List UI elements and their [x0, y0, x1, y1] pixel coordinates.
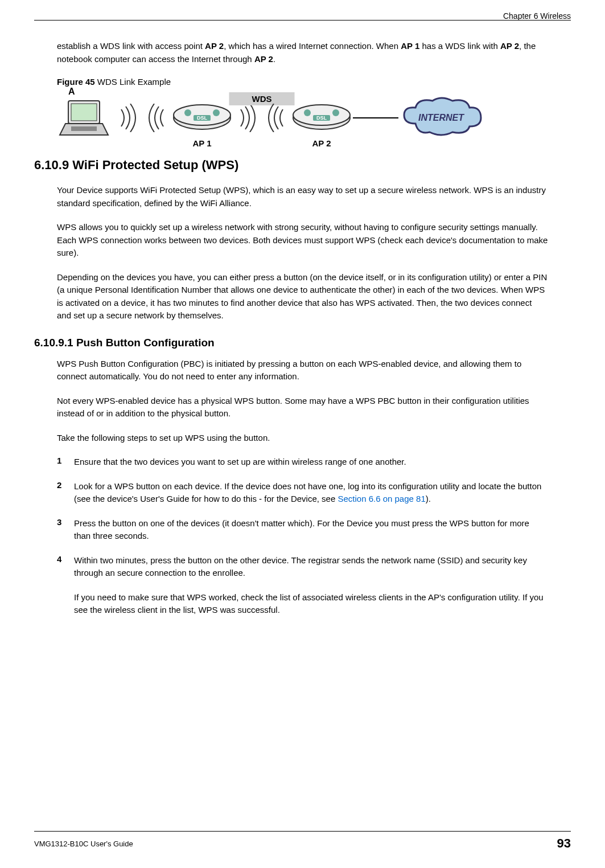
svg-text:INTERNET: INTERNET: [418, 113, 464, 122]
svg-point-11: [304, 109, 311, 116]
step-item: 2 Look for a WPS button on each device. …: [57, 480, 548, 506]
step-list: 1 Ensure that the two devices you want t…: [57, 456, 548, 580]
figure-title: WDS Link Example: [95, 77, 171, 87]
subsection-number: 6.10.9.1: [34, 337, 73, 349]
step-text: Look for a WPS button on each device. If…: [74, 480, 548, 506]
internet-cloud-icon: INTERNET: [398, 95, 484, 141]
router-group: WDS DSL AP 1: [171, 103, 353, 134]
svg-rect-1: [71, 104, 97, 121]
svg-point-5: [184, 109, 191, 116]
section-heading: 6.10.9 WiFi Protected Setup (WPS): [34, 158, 548, 173]
svg-point-12: [332, 109, 339, 116]
text: has a WDS link with: [419, 41, 500, 51]
page-footer: VMG1312-B10C User's Guide 93: [34, 831, 571, 851]
wps-para-2: WPS allows you to quickly set up a wirel…: [57, 221, 548, 260]
chapter-header: Chapter 6 Wireless: [503, 11, 571, 21]
wds-diagram: A WDS: [57, 95, 548, 141]
page-number: 93: [557, 836, 571, 851]
step-text: Ensure that the two devices you want to …: [74, 456, 406, 469]
closing-paragraph: If you need to make sure that WPS worked…: [74, 591, 548, 617]
wireless-wave-icon: [145, 104, 168, 132]
wireless-wave-icon: [117, 104, 139, 132]
label-a: A: [68, 87, 75, 97]
text: ).: [426, 494, 431, 503]
ap2-ref: AP 2: [254, 54, 273, 64]
step-item: 3 Press the button on one of the devices…: [57, 517, 548, 543]
ap1-router-icon: DSL AP 1: [171, 103, 233, 134]
section-link[interactable]: Section 6.6 on page 81: [338, 494, 425, 503]
svg-text:DSL: DSL: [316, 115, 327, 121]
svg-text:DSL: DSL: [197, 115, 208, 121]
text: , which has a wired Internet connection.…: [224, 41, 401, 51]
section-number: 6.10.9: [34, 158, 69, 172]
step-number: 1: [57, 456, 74, 469]
laptop-icon: A: [57, 95, 114, 141]
subsection-heading: 6.10.9.1 Push Button Configuration: [34, 337, 548, 349]
section-title: WiFi Protected Setup (WPS): [69, 158, 238, 172]
wireless-wave-icon: [265, 104, 287, 132]
ap2-label: AP 2: [312, 138, 331, 148]
svg-point-6: [213, 109, 220, 116]
step-number: 2: [57, 480, 74, 506]
pbc-para-1: WPS Push Button Configuration (PBC) is i…: [57, 358, 548, 383]
guide-name: VMG1312-B10C User's Guide: [34, 840, 133, 848]
text: Look for a WPS button on each device. If…: [74, 481, 541, 504]
ap2-router-icon: DSL AP 2: [290, 103, 353, 134]
ap2-ref: AP 2: [500, 41, 519, 51]
subsection-title: Push Button Configuration: [73, 337, 215, 349]
ap1-ref: AP 1: [401, 41, 419, 51]
wps-para-1: Your Device supports WiFi Protected Setu…: [57, 184, 548, 210]
wps-para-3: Depending on the devices you have, you c…: [57, 271, 548, 322]
ap2-ref: AP 2: [205, 41, 224, 51]
step-number: 3: [57, 517, 74, 543]
pbc-para-3: Take the following steps to set up WPS u…: [57, 432, 548, 445]
ethernet-wire: [353, 117, 398, 118]
step-text: Press the button on one of the devices (…: [74, 517, 548, 543]
ap1-label: AP 1: [192, 138, 211, 148]
figure-caption: Figure 45 WDS Link Example: [57, 77, 548, 87]
header-divider: [34, 20, 571, 21]
text: .: [273, 54, 275, 64]
step-number: 4: [57, 554, 74, 580]
wireless-wave-icon: [236, 104, 259, 132]
figure-label: Figure 45: [57, 77, 95, 87]
intro-paragraph: establish a WDS link with access point A…: [57, 40, 548, 65]
step-item: 1 Ensure that the two devices you want t…: [57, 456, 548, 469]
text: establish a WDS link with access point: [57, 41, 205, 51]
pbc-para-2: Not every WPS-enabled device has a physi…: [57, 395, 548, 420]
svg-rect-2: [71, 126, 97, 131]
step-text: Within two minutes, press the button on …: [74, 554, 548, 580]
page-content: establish a WDS link with access point A…: [34, 40, 571, 617]
step-item: 4 Within two minutes, press the button o…: [57, 554, 548, 580]
